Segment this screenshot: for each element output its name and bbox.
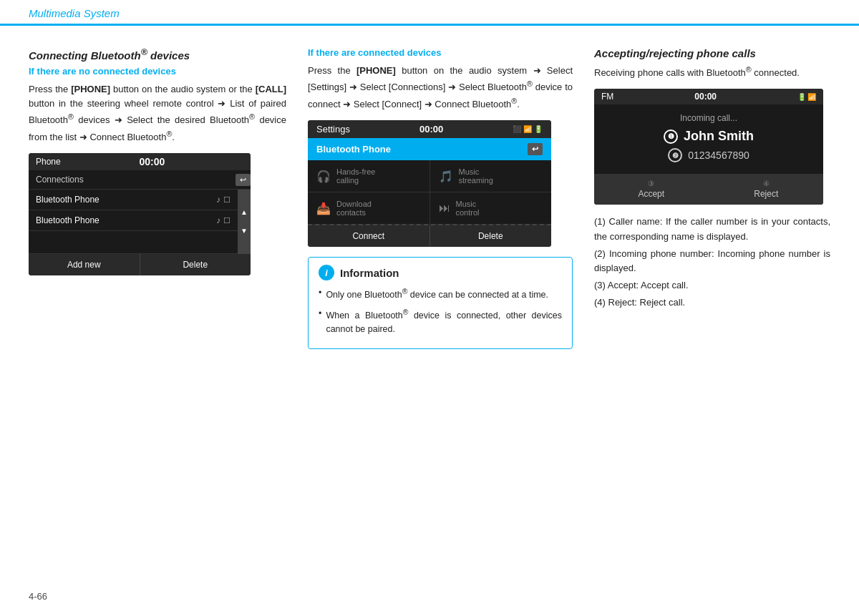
settings-label: Settings [316,124,350,135]
info-bullet-2: When a Bluetooth® device is connected, o… [319,307,562,337]
phone-icon-1: ☐ [223,195,230,205]
reject-circle: ④ [763,180,770,187]
phone-item-icons-2: ♪ ☐ [216,215,230,225]
page-header: Multimedia System [0,0,859,26]
settings-ui-mockup: Settings 00:00 ⬛ 📶 🔋 Bluetooth Phone ↩ 🎧… [308,120,551,247]
middle-subsection-title: If there are connected devices [308,47,573,58]
phone-label: Phone [36,157,61,167]
circle-1: ❶ [664,129,678,144]
music-control-label: Musiccontrol [456,200,480,217]
caller-name-row: ❶ John Smith [606,129,812,144]
settings-delete-button[interactable]: Delete [430,225,552,247]
left-section-title: Connecting Bluetooth® devices [29,47,286,62]
bt-phone-label-2: Bluetooth Phone [36,215,100,225]
accept-circle: ③ [648,180,654,187]
reject-call-button[interactable]: ④ Reject [709,174,824,205]
connect-button[interactable]: Connect [308,225,430,247]
settings-time: 00:00 [419,124,443,135]
status-icons: 🔋 📶 [797,93,816,101]
hands-free-label: Hands-freecalling [336,167,375,185]
download-contacts-item[interactable]: 📥 Downloadcontacts [308,192,430,224]
left-subsection-title: If there are no connected devices [29,66,286,77]
info-bullet-2-text: When a Bluetooth® device is connected, o… [326,307,562,337]
signal-icon: 📶 [807,93,816,101]
information-box: i Information Only one Bluetooth® device… [308,257,573,348]
left-body-text: Press the [PHONE] button on the audio sy… [29,82,286,145]
music-streaming-icon: 🎵 [439,170,453,183]
call-body: Incoming call... ❶ John Smith ❷ 01234567… [594,104,823,174]
info-bullet-1-text: Only one Bluetooth® device can be connec… [326,286,548,303]
caller-name: John Smith [684,129,754,144]
accept-call-button[interactable]: ③ Accept [594,174,709,205]
call-ui-header: FM 00:00 🔋 📶 [594,89,823,104]
phone-ui-footer: Add new Delete [29,254,251,275]
call-status-text: Incoming call... [606,113,812,123]
scroll-down-icon[interactable]: ▼ [241,227,248,235]
music-streaming-item[interactable]: 🎵 Musicstreaming [430,160,552,192]
reject-label: Reject [754,189,778,199]
right-body-text: Receiving phone calls with Bluetooth® co… [594,64,830,80]
main-content: Connecting Bluetooth® devices If there a… [0,26,859,371]
settings-grid: 🎧 Hands-freecalling 🎵 Musicstreaming 📥 D… [308,160,551,224]
info-title: i Information [319,265,562,280]
right-column: Accepting/rejecting phone calls Receivin… [594,47,830,349]
settings-status: ⬛ 📶 🔋 [513,125,543,133]
bt-phone-label-1: Bluetooth Phone [36,195,100,205]
phone-connections-row: Connections ↩ [29,170,251,190]
middle-body-text: Press the [PHONE] button on the audio sy… [308,64,573,112]
call-time: 00:00 [694,92,717,102]
music-control-item[interactable]: ⏭ Musiccontrol [430,192,552,224]
settings-ui-footer: Connect Delete [308,224,551,247]
phone-list: Bluetooth Phone ♪ ☐ Bluetooth Phone ♪ ☐ [29,190,238,254]
info-bullet-1: Only one Bluetooth® device can be connec… [319,286,562,303]
call-action-buttons: ③ Accept ④ Reject [594,174,823,205]
right-section-title: Accepting/rejecting phone calls [594,47,830,59]
numbered-item-4: (4) Reject: Reject call. [594,295,830,310]
numbered-item-2: (2) Incoming phone number: Incoming phon… [594,247,830,275]
phone-icon-2: ☐ [223,216,230,225]
info-icon: i [319,265,334,280]
scroll-up-icon[interactable]: ▲ [241,208,248,217]
music-icon-2: ♪ [216,215,220,225]
phone-ui-mockup: Phone 00:00 Connections ↩ Bluetooth Phon… [29,153,251,275]
call-ui-mockup: FM 00:00 🔋 📶 Incoming call... ❶ John Smi… [594,89,823,205]
hands-free-item[interactable]: 🎧 Hands-freecalling [308,160,430,192]
back-button[interactable]: ↩ [236,174,251,186]
phone-ui-content: Connections ↩ Bluetooth Phone ♪ ☐ [29,170,251,254]
phone-time: 00:00 [139,156,165,167]
numbered-item-3: (3) Accept: Accept call. [594,278,830,293]
connections-label: Connections [29,170,91,189]
settings-back-button[interactable]: ↩ [528,143,543,155]
fm-label: FM [601,92,613,102]
header-title: Multimedia System [29,7,120,19]
phone-delete-button[interactable]: Delete [140,254,251,275]
phone-list-item-2: Bluetooth Phone ♪ ☐ [29,210,238,231]
settings-ui-header: Settings 00:00 ⬛ 📶 🔋 [308,120,551,138]
page-number: 4-66 [29,591,47,602]
battery-icon: 🔋 [797,93,806,101]
info-title-text: Information [340,267,399,279]
add-new-button[interactable]: Add new [29,254,140,275]
phone-list-item-1: Bluetooth Phone ♪ ☐ [29,190,238,210]
phone-list-empty-row [29,231,238,254]
music-icon-1: ♪ [216,195,220,205]
settings-title-bar: Bluetooth Phone ↩ [308,138,551,160]
middle-column: If there are connected devices Press the… [308,47,594,349]
download-contacts-label: Downloadcontacts [336,200,372,217]
headset-icon: 🎧 [316,170,331,183]
circle-2: ❷ [668,148,682,162]
scroll-arrows: ▲ ▼ [238,190,251,254]
phone-item-icons-1: ♪ ☐ [216,195,230,205]
numbered-list: (1) Caller name: If the caller number is… [594,215,830,310]
left-column: Connecting Bluetooth® devices If there a… [29,47,308,349]
caller-number: 01234567890 [688,150,749,161]
numbered-item-1: (1) Caller name: If the caller number is… [594,215,830,243]
download-icon: 📥 [316,202,331,215]
phone-ui-header: Phone 00:00 [29,153,251,170]
music-control-icon: ⏭ [439,202,450,215]
music-streaming-label: Musicstreaming [459,167,493,185]
settings-bt-phone-title: Bluetooth Phone [316,144,391,155]
caller-number-row: ❷ 01234567890 [606,148,812,162]
phone-list-area: Bluetooth Phone ♪ ☐ Bluetooth Phone ♪ ☐ [29,190,251,254]
accept-label: Accept [638,189,664,199]
